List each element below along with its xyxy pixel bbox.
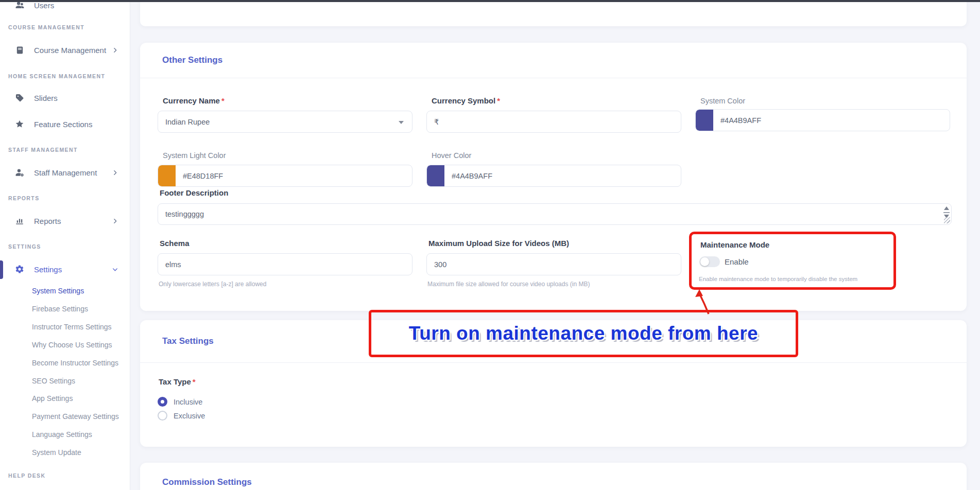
sidebar-item-staff-management[interactable]: Staff Management xyxy=(0,164,130,181)
annotation-text: Turn on maintenance mode from here xyxy=(409,323,758,344)
sidebar-item-label: Course Management xyxy=(34,46,112,55)
other-settings-card: Other Settings Currency Name* Indian Rup… xyxy=(140,43,967,311)
currency-symbol-label: Currency Symbol* xyxy=(432,96,500,105)
sidebar-subitem-language-settings[interactable]: Language Settings xyxy=(32,430,92,439)
top-window-bar xyxy=(0,0,980,2)
sidebar-item-label: Settings xyxy=(34,265,112,274)
required-asterisk: * xyxy=(497,96,500,105)
maintenance-help-text: Enable maintenance mode to temporarily d… xyxy=(699,276,857,282)
annotation-arrow-icon xyxy=(687,288,718,315)
sidebar-heading-settings: SETTINGS xyxy=(8,243,41,250)
toggle-knob xyxy=(700,257,709,266)
sidebar-subitem-payment-gateway-settings[interactable]: Payment Gateway Settings xyxy=(32,412,119,421)
select-caret-icon xyxy=(399,121,404,124)
gear-icon xyxy=(14,265,25,274)
sidebar-subitem-system-update[interactable]: System Update xyxy=(32,448,81,457)
max-upload-input[interactable] xyxy=(426,253,681,275)
chevron-right-icon xyxy=(112,169,118,176)
sidebar-item-sliders[interactable]: Sliders xyxy=(0,89,130,107)
sidebar-item-settings[interactable]: Settings xyxy=(0,260,130,278)
sidebar-heading-reports: REPORTS xyxy=(8,195,40,201)
schema-label: Schema xyxy=(160,239,190,248)
chevron-right-icon xyxy=(112,218,118,224)
hover-color-label: Hover Color xyxy=(432,151,471,160)
system-color-field[interactable] xyxy=(695,109,950,131)
star-icon xyxy=(14,119,25,129)
sidebar-item-label: Feature Sections xyxy=(34,120,130,129)
maintenance-mode-highlight-box: Maintenance Mode Enable Enable maintenan… xyxy=(689,232,896,290)
footer-description-textarea[interactable]: testinggggg xyxy=(158,203,952,225)
sidebar-item-label: Users xyxy=(34,1,130,10)
sidebar-item-users[interactable]: Users xyxy=(0,0,130,14)
radio-label: Exclusive xyxy=(174,412,205,420)
sidebar-heading-staff-management: STAFF MANAGEMENT xyxy=(8,147,78,153)
currency-name-label: Currency Name* xyxy=(163,96,225,105)
sidebar-item-feature-sections[interactable]: Feature Sections xyxy=(0,115,130,133)
chevron-right-icon xyxy=(112,47,118,54)
radio-unchecked-icon[interactable] xyxy=(158,411,167,421)
tag-icon xyxy=(14,93,25,102)
sidebar-subitem-instructor-terms-settings[interactable]: Instructor Terms Settings xyxy=(32,323,112,331)
currency-name-select[interactable]: Indian Rupee xyxy=(158,111,412,133)
hover-color-field[interactable] xyxy=(426,165,681,187)
scrollbar-track xyxy=(943,212,950,213)
footer-description-label: Footer Description xyxy=(160,188,228,197)
hover-color-input[interactable] xyxy=(444,171,681,181)
scroll-up-icon[interactable] xyxy=(944,206,949,210)
book-icon xyxy=(14,45,25,55)
system-color-label: System Color xyxy=(700,97,745,105)
sidebar-subitem-firebase-settings[interactable]: Firebase Settings xyxy=(32,305,88,313)
max-upload-label: Maximum Upload Size for Videos (MB) xyxy=(428,239,569,248)
card-title: Commission Settings xyxy=(140,463,967,490)
system-light-color-input[interactable] xyxy=(176,171,412,181)
hover-color-swatch xyxy=(427,165,444,186)
currency-symbol-input[interactable] xyxy=(426,111,681,133)
app-window: Users COURSE MANAGEMENT Course Managemen… xyxy=(0,0,980,490)
bar-chart-icon xyxy=(14,216,25,225)
maintenance-enable-label: Enable xyxy=(725,257,749,266)
radio-label: Inclusive xyxy=(174,398,202,406)
system-light-color-label: System Light Color xyxy=(163,151,226,160)
max-upload-help-text: Maximum file size allowed for course vid… xyxy=(427,281,590,288)
sidebar-subitem-why-choose-us-settings[interactable]: Why Choose Us Settings xyxy=(32,341,112,349)
schema-input[interactable] xyxy=(158,253,412,275)
required-asterisk: * xyxy=(193,377,196,386)
sidebar-item-course-management[interactable]: Course Management xyxy=(0,41,130,59)
system-light-color-swatch xyxy=(158,165,176,186)
sidebar-heading-home-screen-management: HOME SCREEN MANAGEMENT xyxy=(8,73,105,79)
tax-type-label: Tax Type* xyxy=(159,377,196,386)
system-color-swatch xyxy=(696,110,713,131)
sidebar-subitem-app-settings[interactable]: App Settings xyxy=(32,394,73,402)
annotation-callout-box: Turn on maintenance mode from here xyxy=(369,310,798,357)
tax-type-option-exclusive[interactable]: Exclusive xyxy=(158,411,205,421)
card-title: Other Settings xyxy=(140,43,967,78)
commission-settings-card: Commission Settings xyxy=(140,463,967,490)
tax-type-option-inclusive[interactable]: Inclusive xyxy=(158,397,202,407)
sidebar: Users COURSE MANAGEMENT Course Managemen… xyxy=(0,0,130,490)
required-asterisk: * xyxy=(221,96,225,105)
radio-checked-icon[interactable] xyxy=(158,397,167,407)
system-light-color-field[interactable] xyxy=(158,165,412,187)
sidebar-item-label: Staff Management xyxy=(34,168,112,177)
sidebar-item-label: Reports xyxy=(34,217,112,225)
previous-card-bottom xyxy=(140,0,967,26)
resize-grip-icon[interactable] xyxy=(944,217,950,223)
staff-icon xyxy=(14,168,25,178)
footer-description-value: testinggggg xyxy=(158,210,204,218)
sidebar-item-reports[interactable]: Reports xyxy=(0,212,130,230)
sidebar-heading-help-desk: HELP DESK xyxy=(8,472,46,479)
sidebar-subitem-become-instructor-settings[interactable]: Become Instructor Settings xyxy=(32,359,118,367)
maintenance-mode-toggle[interactable] xyxy=(699,256,720,267)
sidebar-item-label: Sliders xyxy=(34,94,130,102)
sidebar-subitem-seo-settings[interactable]: SEO Settings xyxy=(32,377,75,385)
maintenance-mode-label: Maintenance Mode xyxy=(700,240,769,249)
schema-help-text: Only lowercase letters [a-z] are allowed xyxy=(159,281,266,288)
sidebar-subitem-system-settings[interactable]: System Settings xyxy=(32,287,84,295)
sidebar-heading-course-management: COURSE MANAGEMENT xyxy=(8,24,84,30)
selected-currency: Indian Rupee xyxy=(158,118,210,126)
chevron-down-icon xyxy=(112,266,118,273)
system-color-input[interactable] xyxy=(713,116,950,125)
